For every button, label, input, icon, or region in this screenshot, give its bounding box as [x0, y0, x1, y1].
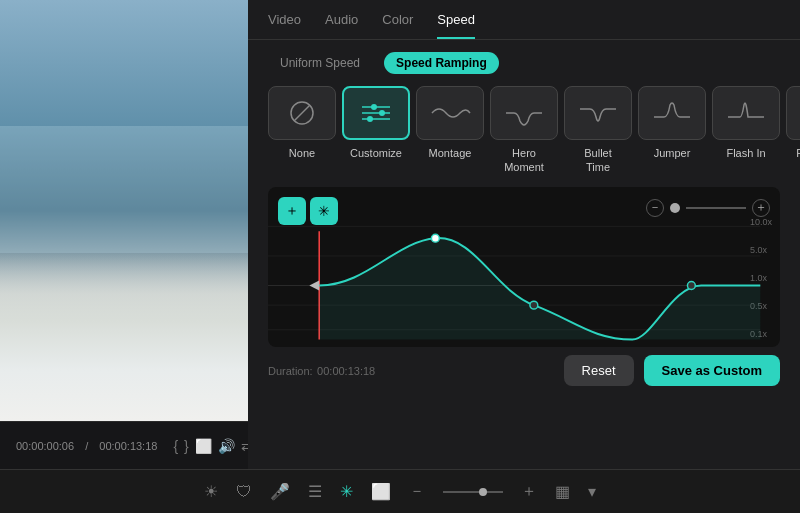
zoom-out-icon[interactable]: －	[409, 481, 425, 502]
shield-icon[interactable]: 🛡	[236, 483, 252, 501]
bullet-time-icon	[576, 97, 620, 129]
preset-none-box	[268, 86, 336, 140]
preset-flash-out[interactable]: Flash Out	[786, 86, 800, 175]
none-icon	[280, 97, 324, 129]
preset-none-label: None	[289, 146, 315, 160]
zoom-in-icon[interactable]: ＋	[521, 481, 537, 502]
preview-panel: 00:00:00:06 / 00:00:13:18 { } ⬜ 🔊 ⇄	[0, 0, 248, 469]
preset-hero-moment[interactable]: Hero Moment	[490, 86, 558, 175]
reset-button[interactable]: Reset	[564, 355, 634, 386]
bottom-toolbar: ☀ 🛡 🎤 ☰ ✳ ⬜ － ＋ ▦ ▾	[0, 469, 800, 513]
preset-bullet-box	[564, 86, 632, 140]
save-as-custom-button[interactable]: Save as Custom	[644, 355, 780, 386]
tab-speed[interactable]: Speed	[437, 12, 475, 39]
timeline-bracket-right-icon[interactable]: }	[184, 438, 189, 454]
timeline-audio-icon[interactable]: 🔊	[218, 438, 235, 454]
preset-flash-in-box	[712, 86, 780, 140]
preset-montage-label: Montage	[429, 146, 472, 160]
customize-icon	[354, 97, 398, 129]
montage-icon	[428, 97, 472, 129]
grid-icon[interactable]: ▦	[555, 482, 570, 501]
tabs-row: Video Audio Color Speed	[248, 0, 800, 40]
preset-customize-label: Customize	[350, 146, 402, 160]
jumper-icon	[650, 97, 694, 129]
svg-point-3	[371, 104, 377, 110]
sun-icon[interactable]: ☀	[204, 482, 218, 501]
preset-grid: None Customize	[248, 86, 800, 187]
svg-point-15	[431, 234, 439, 242]
curve-area: ＋ ✳ － ＋ 10.0x 5.0x 1.0x 0.5x 0.1x	[268, 187, 780, 347]
chevron-down-icon[interactable]: ▾	[588, 482, 596, 501]
preset-customize-box	[342, 86, 410, 140]
timeline-separator: /	[82, 440, 91, 452]
tab-color[interactable]: Color	[382, 12, 413, 39]
preset-flash-in[interactable]: Flash In	[712, 86, 780, 175]
timeline-monitor-icon[interactable]: ⬜	[195, 438, 212, 454]
preset-flash-in-label: Flash In	[726, 146, 765, 160]
preset-hero-box	[490, 86, 558, 140]
preset-jumper[interactable]: Jumper	[638, 86, 706, 175]
duration-info: Duration: 00:00:13:18	[268, 361, 375, 379]
uniform-speed-button[interactable]: Uniform Speed	[268, 52, 372, 74]
zoom-track	[443, 491, 503, 493]
tab-audio[interactable]: Audio	[325, 12, 358, 39]
svg-point-7	[367, 116, 373, 122]
zoom-slider-container	[443, 491, 503, 493]
preset-bullet-time[interactable]: Bullet Time	[564, 86, 632, 175]
preset-customize[interactable]: Customize	[342, 86, 410, 175]
timeline-bracket-left-icon[interactable]: {	[173, 438, 178, 454]
svg-point-17	[687, 281, 695, 289]
preset-montage-box	[416, 86, 484, 140]
svg-point-16	[530, 301, 538, 309]
preset-flash-out-box	[786, 86, 800, 140]
zoom-thumb[interactable]	[479, 488, 487, 496]
timeline-total: 00:00:13:18	[99, 440, 157, 452]
preset-montage[interactable]: Montage	[416, 86, 484, 175]
svg-line-1	[294, 105, 310, 121]
speed-ramping-button[interactable]: Speed Ramping	[384, 52, 499, 74]
mic-icon[interactable]: 🎤	[270, 482, 290, 501]
preset-flash-out-label: Flash Out	[796, 146, 800, 160]
right-panel: Video Audio Color Speed Uniform Speed Sp…	[248, 0, 800, 469]
preset-none[interactable]: None	[268, 86, 336, 175]
duration-value: 00:00:13:18	[317, 365, 375, 377]
monitor-icon[interactable]: ⬜	[371, 482, 391, 501]
hero-moment-icon	[502, 97, 546, 129]
svg-marker-14	[309, 280, 319, 290]
timeline-time: 00:00:00:06	[16, 440, 74, 452]
duration-bar: Duration: 00:00:13:18 Reset Save as Cust…	[248, 347, 800, 394]
speed-curve-svg	[268, 187, 780, 345]
timeline-area: 00:00:00:06 / 00:00:13:18 { } ⬜ 🔊 ⇄	[0, 421, 248, 469]
preset-jumper-box	[638, 86, 706, 140]
tab-video[interactable]: Video	[268, 12, 301, 39]
flash-in-icon	[724, 97, 768, 129]
preset-jumper-label: Jumper	[654, 146, 691, 160]
svg-point-5	[379, 110, 385, 116]
speed-icon[interactable]: ✳	[340, 482, 353, 501]
preset-hero-label: Hero Moment	[504, 146, 544, 175]
action-buttons: Reset Save as Custom	[564, 355, 780, 386]
preset-bullet-label: Bullet Time	[584, 146, 612, 175]
main-area: 00:00:00:06 / 00:00:13:18 { } ⬜ 🔊 ⇄ Vide…	[0, 0, 800, 469]
timeline-controls: { } ⬜ 🔊 ⇄	[173, 438, 252, 454]
list-icon[interactable]: ☰	[308, 482, 322, 501]
video-preview	[0, 0, 248, 421]
speed-mode-row: Uniform Speed Speed Ramping	[248, 40, 800, 86]
duration-label: Duration:	[268, 365, 313, 377]
